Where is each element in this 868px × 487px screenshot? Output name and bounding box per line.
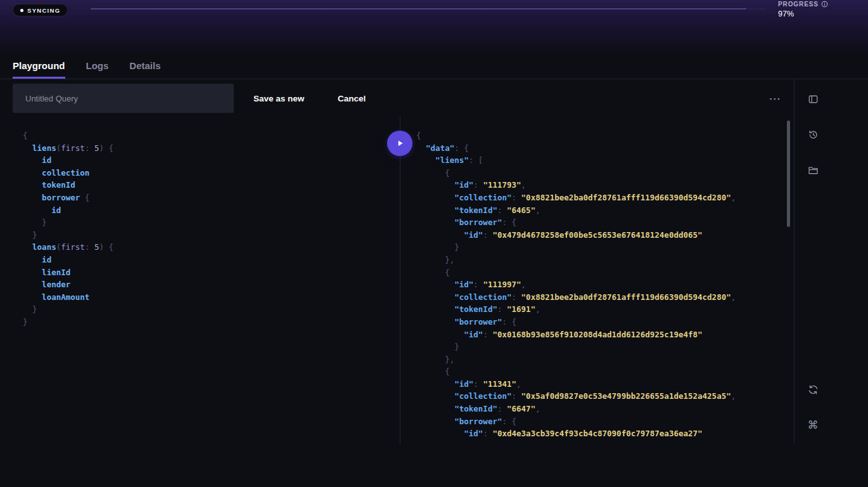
code-line: { [416, 129, 784, 142]
results-viewer: { "data": { "liens": [ { "id": "111793",… [416, 129, 784, 444]
history-icon[interactable] [806, 127, 820, 141]
code-line: "data": { [416, 142, 784, 155]
progress-label: PROGRESS [778, 1, 819, 8]
code-line: id [23, 154, 390, 167]
code-line: loans(first: 5) { [23, 241, 390, 254]
syncing-label: SYNCING [27, 7, 60, 14]
syncing-dot-icon [20, 9, 23, 12]
code-line: } [23, 303, 390, 316]
query-editor[interactable]: { liens(first: 5) { id collection tokenI… [23, 129, 390, 444]
sync-progress-bar [91, 8, 767, 10]
code-line: "id": "0xd4e3a3cb39c4f93cb4c87090f0c7978… [416, 427, 784, 440]
code-line: id [23, 204, 390, 217]
code-line: id [23, 254, 390, 266]
tab-playground[interactable]: Playground [13, 60, 65, 79]
code-line: tokenId [23, 179, 390, 192]
more-options-button[interactable]: ⋯ [763, 84, 788, 113]
code-line: "collection": "0x5af0d9827e0c53e4799bb22… [416, 390, 784, 403]
tab-details[interactable]: Details [129, 60, 160, 79]
code-line: } [23, 216, 390, 229]
code-line: "id": "0x0168b93e856f910208d4ad1dd6126d9… [416, 328, 784, 341]
top-status-bar: SYNCING PROGRESS 97% [0, 0, 868, 56]
pane-divider [400, 116, 400, 444]
code-line: } [416, 341, 784, 353]
query-name-input[interactable] [13, 84, 234, 113]
code-line: "tokenId": "1691", [416, 303, 784, 316]
code-line: } [416, 241, 784, 254]
docs-icon[interactable] [806, 92, 820, 106]
save-as-new-button[interactable]: Save as new [253, 84, 304, 113]
code-line: "collection": "0x8821bee2ba0df28761afff1… [416, 291, 784, 304]
code-line: { [416, 167, 784, 179]
refresh-icon[interactable] [806, 382, 820, 396]
code-line: }, [416, 254, 784, 266]
progress-value: 97% [778, 10, 828, 18]
cancel-button[interactable]: Cancel [338, 84, 366, 113]
tabs-divider [0, 79, 868, 79]
code-line: liens(first: 5) { [23, 142, 390, 155]
results-scrollbar[interactable] [787, 120, 790, 227]
code-line: "liens": [ [416, 154, 784, 167]
code-line: "id": "111997", [416, 278, 784, 291]
info-icon[interactable] [821, 1, 828, 8]
code-line: } [23, 229, 390, 242]
command-icon[interactable]: ⌘ [806, 418, 820, 432]
code-line: { [416, 365, 784, 378]
code-line: { [23, 129, 390, 142]
code-line: "borrower": { [416, 316, 784, 328]
tab-bar: Playground Logs Details [13, 60, 161, 79]
code-line: "borrower": { [416, 216, 784, 229]
code-line: "tokenId": "6647", [416, 403, 784, 415]
folder-icon[interactable] [806, 163, 820, 177]
code-line: collection [23, 167, 390, 179]
code-line: }, [416, 353, 784, 366]
code-line: "borrower": { [416, 415, 784, 428]
code-line: "id": "111793", [416, 179, 784, 192]
code-line: "id": "11341", [416, 378, 784, 391]
play-icon [394, 138, 405, 149]
code-line: "tokenId": "6465", [416, 204, 784, 217]
tab-logs[interactable]: Logs [86, 60, 109, 79]
code-line: "collection": "0x8821bee2ba0df28761afff1… [416, 192, 784, 204]
run-query-button[interactable] [387, 131, 412, 156]
code-line: } [23, 316, 390, 328]
code-line: "id": "0x479d4678258ef00be5c5653e6764181… [416, 229, 784, 242]
code-line: lender [23, 278, 390, 291]
code-line: { [416, 266, 784, 279]
sidebar-divider [794, 79, 795, 444]
code-line: borrower { [23, 192, 390, 204]
syncing-badge: SYNCING [13, 4, 68, 16]
sync-progress-fill [91, 8, 746, 10]
code-line: lienId [23, 266, 390, 279]
progress-indicator: PROGRESS 97% [778, 1, 828, 18]
code-line: loanAmount [23, 291, 390, 304]
